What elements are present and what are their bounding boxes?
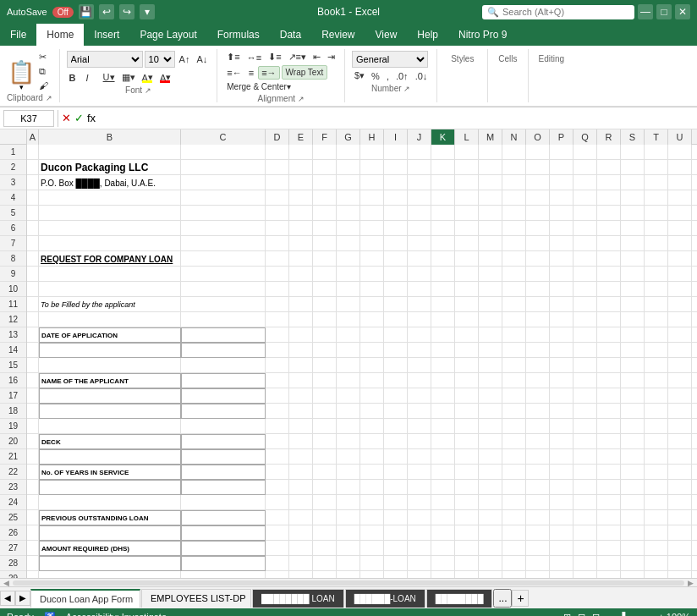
cell-e28[interactable] (289, 556, 313, 571)
cell-j29[interactable] (408, 571, 431, 578)
cell-a10[interactable] (27, 282, 39, 297)
cell-p23[interactable] (550, 480, 574, 495)
cell-o6[interactable] (526, 221, 550, 236)
cell-q23[interactable] (574, 480, 597, 495)
cell-m5[interactable] (479, 206, 502, 221)
cell-f14[interactable] (313, 343, 337, 358)
cell-i27[interactable] (384, 541, 408, 556)
cell-c17[interactable] (181, 388, 266, 404)
formula-input[interactable] (99, 110, 694, 127)
cell-s19[interactable] (621, 419, 645, 434)
align-left-btn[interactable]: ≡← (224, 67, 244, 79)
cell-b25[interactable]: PREVIOUS OUTSTANDING LOAN (39, 510, 181, 525)
tab-home[interactable]: Home (36, 24, 84, 46)
cell-h2[interactable] (360, 160, 384, 175)
insert-function-icon[interactable]: fx (87, 112, 96, 124)
cell-k25[interactable] (431, 510, 455, 525)
cell-j11[interactable] (408, 297, 431, 312)
cell-u10[interactable] (668, 282, 692, 297)
sheet-tab-employees[interactable]: EMPLOYEES LIST-DP (141, 589, 251, 608)
cell-l19[interactable] (455, 419, 479, 434)
cell-r15[interactable] (597, 358, 621, 373)
cell-f13[interactable] (313, 327, 337, 343)
cell-q18[interactable] (574, 404, 597, 419)
more-icon[interactable]: ▾ (140, 4, 155, 19)
cell-i1[interactable] (384, 145, 408, 160)
cell-k20[interactable] (431, 434, 455, 449)
cell-q29[interactable] (574, 571, 597, 578)
search-input[interactable] (502, 7, 621, 17)
cell-e18[interactable] (289, 404, 313, 419)
cell-d15[interactable] (266, 358, 289, 373)
cell-m22[interactable] (479, 465, 502, 480)
cell-o13[interactable] (526, 327, 550, 343)
cell-g16[interactable] (337, 373, 360, 388)
cell-d17[interactable] (266, 388, 289, 404)
cell-r27[interactable] (597, 541, 621, 556)
cell-g5[interactable] (337, 206, 360, 221)
cell-f27[interactable] (313, 541, 337, 556)
cell-q10[interactable] (574, 282, 597, 297)
cell-e7[interactable] (289, 236, 313, 251)
cell-n19[interactable] (502, 419, 526, 434)
tab-data[interactable]: Data (270, 24, 311, 46)
cell-m19[interactable] (479, 419, 502, 434)
cell-k2[interactable] (431, 160, 455, 175)
cell-q22[interactable] (574, 465, 597, 480)
cell-i6[interactable] (384, 221, 408, 236)
cell-u7[interactable] (668, 236, 692, 251)
cell-k6[interactable] (431, 221, 455, 236)
cell-a9[interactable] (27, 267, 39, 282)
cell-s29[interactable] (621, 571, 645, 578)
cell-e17[interactable] (289, 388, 313, 404)
h-scrollbar[interactable]: ◀ ▶ (0, 578, 697, 586)
cell-t13[interactable] (645, 327, 668, 343)
cell-n3[interactable] (502, 175, 526, 190)
cell-c28[interactable] (181, 556, 266, 571)
cell-r22[interactable] (597, 465, 621, 480)
tab-page-layout[interactable]: Page Layout (129, 24, 206, 46)
cell-l28[interactable] (455, 556, 479, 571)
cell-o29[interactable] (526, 571, 550, 578)
cell-t15[interactable] (645, 358, 668, 373)
cell-n2[interactable] (502, 160, 526, 175)
cell-u28[interactable] (668, 556, 692, 571)
cell-n11[interactable] (502, 297, 526, 312)
cell-f20[interactable] (313, 434, 337, 449)
cell-h19[interactable] (360, 419, 384, 434)
cell-u21[interactable] (668, 449, 692, 465)
cell-u27[interactable] (668, 541, 692, 556)
cell-p22[interactable] (550, 465, 574, 480)
cell-q8[interactable] (574, 251, 597, 267)
cell-r14[interactable] (597, 343, 621, 358)
cell-c18[interactable] (181, 404, 266, 419)
view-normal-btn[interactable]: ⊞ (563, 612, 571, 617)
col-header-u[interactable]: U (668, 129, 692, 145)
cell-s27[interactable] (621, 541, 645, 556)
cell-q20[interactable] (574, 434, 597, 449)
add-sheet-btn[interactable]: + (512, 590, 529, 607)
zoom-slider[interactable]: — ▐ ——— + 100% (606, 612, 690, 616)
cell-o2[interactable] (526, 160, 550, 175)
cell-f29[interactable] (313, 571, 337, 578)
cell-t14[interactable] (645, 343, 668, 358)
cell-q6[interactable] (574, 221, 597, 236)
increase-font-btn[interactable]: A↑ (177, 53, 193, 65)
cell-b28[interactable] (39, 556, 181, 571)
cell-s14[interactable] (621, 343, 645, 358)
cell-m20[interactable] (479, 434, 502, 449)
cell-j25[interactable] (408, 510, 431, 525)
fill-color-button[interactable]: A▾ (140, 71, 156, 84)
cell-d19[interactable] (266, 419, 289, 434)
cell-u16[interactable] (668, 373, 692, 388)
col-header-h[interactable]: H (360, 129, 384, 145)
cell-f23[interactable] (313, 480, 337, 495)
cell-n10[interactable] (502, 282, 526, 297)
cell-n18[interactable] (502, 404, 526, 419)
cell-g6[interactable] (337, 221, 360, 236)
more-sheets-btn[interactable]: ... (493, 589, 512, 608)
cell-c3[interactable] (181, 175, 266, 190)
cell-g1[interactable] (337, 145, 360, 160)
cell-t18[interactable] (645, 404, 668, 419)
cell-b9[interactable] (39, 267, 181, 282)
